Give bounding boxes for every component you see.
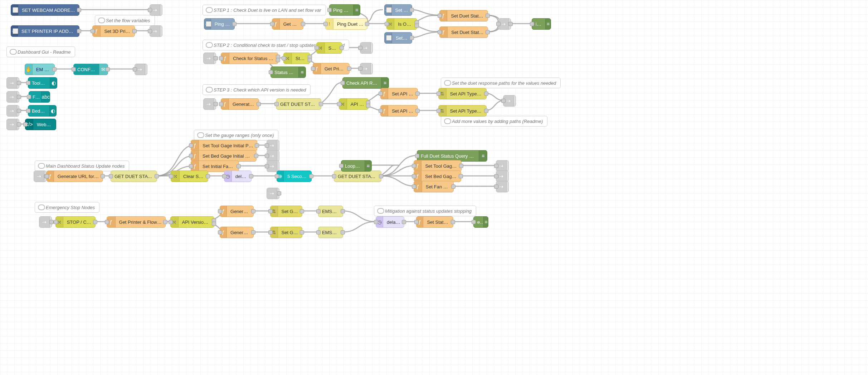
link-in[interactable]: ⇢ [6, 91, 19, 103]
comment-resp-paths[interactable]: Set the duet response paths for the valu… [441, 78, 561, 88]
switch-is-online[interactable]: ⤭Is Online? [386, 18, 417, 30]
http-get-duet-status-3[interactable]: GET DUET STATUS [334, 171, 381, 182]
change-set-api-t2-paths[interactable]: ⇅Set API Type 2 Paths [438, 88, 487, 99]
link-in[interactable]: ⇢ [39, 216, 52, 228]
looptimer-5s[interactable]: ⊕5 Second Loop [277, 171, 312, 182]
link-in[interactable]: ⇢ [6, 119, 19, 130]
label: Generate URL for API Version [54, 174, 103, 179]
switch-start[interactable]: ⤭Start ? [283, 53, 310, 64]
fn-set-tool-initial[interactable]: ƒSet Tool Gage Initial Parameters [191, 140, 257, 151]
link-out[interactable]: ⇢ [496, 181, 509, 192]
comment-gauge-ranges[interactable]: Set the gauge ranges (only once) [194, 130, 278, 140]
fn-generate-url-a[interactable]: ƒGenerate URL [220, 206, 254, 217]
fn-set-duet-status-true[interactable]: ƒSet Duet Status True [439, 26, 488, 38]
bars-icon: ≡ [298, 67, 306, 78]
ui-text-fan[interactable]: FANabc [29, 91, 50, 103]
inject-ping-duet[interactable]: ⇨Ping Duet ↻ [204, 18, 235, 30]
comment-add-more[interactable]: Add more values by adding paths (Readme) [441, 116, 547, 127]
fn-generate-url-b[interactable]: ƒGenerate URL [220, 227, 254, 238]
fn-set-bed-initial[interactable]: ƒSet Bed Gage Initial Parameters [191, 150, 257, 162]
fn-set-status-false[interactable]: ƒSet Status False [416, 216, 453, 228]
link-in[interactable]: ⇢ [203, 53, 216, 64]
port-out[interactable] [77, 8, 81, 12]
http-get-duet-status-2[interactable]: GET DUET STATUS [111, 171, 157, 182]
link-in[interactable]: ⇢ [267, 188, 279, 199]
comment-set-flow[interactable]: Set the flow variables [95, 15, 155, 26]
label: Loop Check [341, 163, 365, 169]
change-set-api-t1-paths[interactable]: ⇅Set API Type 1 Paths [438, 105, 487, 117]
comment-mitigation[interactable]: Mitigation against status updates stoppi… [374, 206, 476, 216]
comment-readme[interactable]: Dashboard Gui - Readme [6, 46, 75, 57]
fn-set-tool-gage-values[interactable]: ƒSet Tool Gage Values [414, 160, 462, 172]
inject-set-true[interactable]: ⇨Set True [384, 32, 412, 44]
http-emstop-b[interactable]: EMSTOP [318, 227, 343, 238]
switch-stop-cancel[interactable]: ⤭STOP / CANCEL [55, 216, 96, 228]
fn-get-duetip[interactable]: ƒGet DuetIP [272, 18, 303, 30]
http-emstop-a[interactable]: EMSTOP [318, 206, 343, 217]
inject-toggle[interactable] [13, 28, 18, 34]
port-in[interactable] [148, 8, 152, 12]
switch-clear-status[interactable]: ⤭Clear Status [171, 171, 208, 182]
link-out[interactable]: ⇢ [360, 63, 373, 74]
fn-gen-url-api-version[interactable]: ƒGenerate URL for API Version [47, 171, 103, 182]
fn-get-printer-flow-values[interactable]: ƒGet Printer & Flow Values [107, 216, 166, 228]
delay-15s[interactable]: ◷delay 15s [376, 216, 404, 228]
link-out[interactable]: ⇢ [498, 18, 511, 30]
text: Mitigation against status updates stoppi… [385, 208, 472, 214]
link-in[interactable]: ⇢ [203, 98, 216, 110]
debug-is-live[interactable]: is live≡ [532, 18, 551, 30]
link-out[interactable]: ⇢ [267, 140, 279, 151]
inject-set-false[interactable]: ⇨Set False [384, 4, 412, 16]
ui-gauge-tool-temp[interactable]: Tool Temp◐ [28, 77, 57, 89]
link-out[interactable]: ⇢ [267, 150, 279, 162]
fn-set-duet-status-false[interactable]: ƒSet Duet Status False [439, 10, 488, 21]
comment-step3[interactable]: STEP 3 : Check which API version is need… [203, 84, 311, 95]
inject-webcam-addr[interactable]: ⇨ SET WEBCAM ADDRESS IN HERE ↑ [11, 4, 79, 16]
debug-ping-results[interactable]: Ping Results≡ [329, 4, 360, 16]
link-out[interactable]: ⇢ [150, 25, 162, 37]
link-out[interactable]: ⇢ [503, 95, 516, 107]
switch-stop[interactable]: ⤭STOP [316, 42, 342, 54]
ping-node[interactable]: !Ping Duet Printer [325, 18, 367, 30]
debug-em[interactable]: em≡ [473, 216, 488, 228]
fn-set-bed-gage-values[interactable]: ƒSet Bed Gage Values [414, 171, 461, 182]
ui-button-emstop[interactable]: ✋EM STOP [25, 64, 55, 75]
fn-generate-url[interactable]: ƒGenerate URL [221, 98, 259, 110]
label: Generate URL [229, 102, 259, 107]
comment-step1[interactable]: STEP 1 : Check Duet is live on LAN and s… [203, 5, 326, 15]
switch-api-type[interactable]: ⤭API Type [339, 98, 369, 110]
fn-set-api-type-2[interactable]: ƒSet API Type 2 [380, 88, 418, 99]
fn-set-3d-printer-ip[interactable]: ƒSet 3D Printer IP [92, 25, 135, 37]
debug-check-api-resp[interactable]: Check API Response≡ [342, 77, 389, 89]
ui-template-webcam[interactable]: </>Web Cam [25, 119, 56, 130]
link-in[interactable]: ⇢ [6, 77, 19, 89]
link-out[interactable]: ⇢ [267, 161, 279, 172]
change-set-gcode-b[interactable]: ⇅Set G Code [270, 227, 302, 238]
debug-loop-check[interactable]: Loop Check≡ [341, 160, 372, 172]
flow-canvas[interactable]: Set the flow variables Dashboard Gui - R… [0, 0, 868, 375]
port-out[interactable] [77, 29, 81, 33]
link-in[interactable]: ⇢ [6, 105, 19, 117]
link-out[interactable]: ⇢ [150, 4, 162, 16]
fn-check-status-change[interactable]: ƒCheck for Status Change [221, 53, 278, 64]
comment-emergency[interactable]: Emergency Stop Nodes [35, 202, 99, 213]
ui-gauge-bed-temp[interactable]: Bed Temp◐ [28, 105, 57, 117]
comment-main-dash[interactable]: Main Dashboard Status Update nodes [35, 161, 129, 171]
inject-toggle[interactable] [13, 7, 18, 13]
inject-printer-ip[interactable]: ⇨ SET PRINTER IP ADDRESS IN HERE ↑ [11, 25, 79, 37]
link-out[interactable]: ⇢ [496, 171, 509, 182]
fn-get-printer-ip[interactable]: ƒGet Printer IP [313, 63, 350, 74]
link-out[interactable]: ⇢ [496, 160, 509, 172]
debug-status-change[interactable]: Status Change≡ [270, 66, 306, 78]
delay-5s[interactable]: ◷delay 5s [224, 171, 252, 182]
switch-api-version-check[interactable]: ⤭API Version Check [170, 216, 214, 228]
fn-set-api-type-1[interactable]: ƒSet API Type 1 [380, 105, 418, 117]
link-out[interactable]: ⇢ [360, 42, 373, 54]
fn-set-fan-speed[interactable]: ƒSet Fan Speed [414, 181, 454, 192]
inject-toggle[interactable] [206, 21, 211, 27]
text: Emergency Stop Nodes [46, 205, 95, 210]
http-get-duet-status[interactable]: GET DUET STATUS [276, 98, 321, 110]
ui-notification-confirm[interactable]: CONFIRM✉ [73, 64, 108, 75]
change-set-gcode-a[interactable]: ⇅Set G Code [270, 206, 302, 217]
link-out[interactable]: ⇢ [135, 64, 147, 75]
